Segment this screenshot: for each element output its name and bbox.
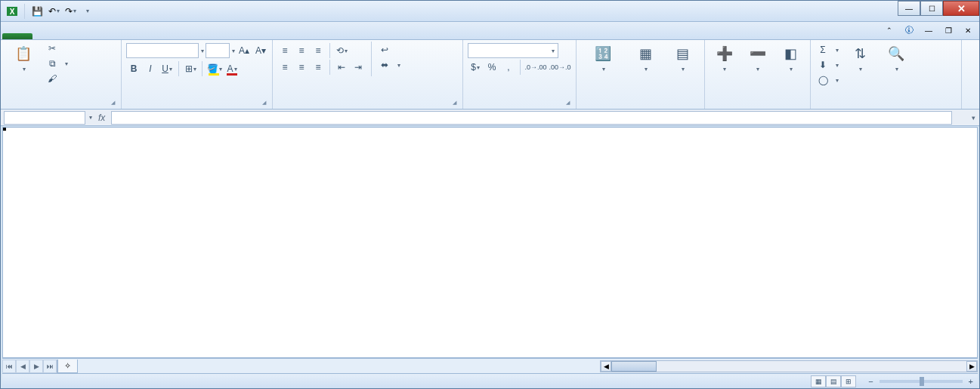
- conditional-formatting-icon: 🔢: [592, 43, 614, 64]
- workbook-close-icon[interactable]: ✕: [961, 23, 975, 37]
- format-painter-icon: 🖌: [46, 73, 58, 85]
- zoom-in-button[interactable]: +: [969, 377, 973, 386]
- tab-nav-prev-icon[interactable]: ◀: [16, 360, 29, 373]
- save-icon[interactable]: 💾: [30, 5, 44, 18]
- excel-app-icon[interactable]: X: [5, 5, 19, 18]
- decrease-font-icon[interactable]: A▾: [253, 43, 268, 58]
- decrease-indent-icon[interactable]: ⇤: [334, 60, 349, 75]
- workbook-restore-icon[interactable]: ❐: [941, 23, 955, 37]
- wrap-text-button[interactable]: ↩: [377, 43, 402, 57]
- redo-icon[interactable]: ↷▾: [63, 5, 77, 18]
- orientation-icon[interactable]: ⟲▾: [334, 43, 349, 58]
- font-size-dropdown[interactable]: ▾: [232, 48, 235, 54]
- alignment-group-label: [277, 104, 458, 107]
- font-color-button[interactable]: A▾: [224, 61, 240, 76]
- decrease-decimal-icon[interactable]: .00→.0: [549, 60, 571, 75]
- align-center-icon[interactable]: ≡: [294, 60, 309, 75]
- align-right-icon[interactable]: ≡: [311, 60, 326, 75]
- horizontal-scrollbar[interactable]: ◀ ▶: [600, 360, 978, 372]
- minimize-ribbon-icon[interactable]: ⌃: [883, 23, 896, 37]
- increase-decimal-icon[interactable]: .0→.00: [524, 60, 547, 75]
- font-group-label: [126, 104, 267, 107]
- hscroll-thumb[interactable]: [611, 361, 657, 372]
- copy-button[interactable]: ⧉▾: [45, 57, 70, 70]
- format-painter-button[interactable]: 🖌: [45, 72, 70, 85]
- insert-cells-button[interactable]: ➕▾: [709, 42, 740, 74]
- clipboard-group-label: [5, 104, 116, 107]
- cell-styles-icon: ▤: [672, 43, 693, 64]
- autosum-icon: Σ: [817, 44, 829, 56]
- underline-button[interactable]: U▾: [159, 61, 175, 76]
- cut-icon: ✂: [46, 42, 58, 54]
- border-button[interactable]: ⊞▾: [183, 61, 198, 76]
- wrap-text-icon: ↩: [379, 44, 391, 56]
- cell-styles-button[interactable]: ▤▾: [666, 42, 700, 74]
- find-select-button[interactable]: 🔍▾: [880, 42, 913, 74]
- name-box[interactable]: [4, 111, 85, 125]
- font-name-input[interactable]: [126, 43, 199, 58]
- cut-button[interactable]: ✂: [45, 42, 70, 55]
- tab-nav-next-icon[interactable]: ▶: [29, 360, 43, 373]
- cells-group-label: [709, 104, 805, 107]
- formula-expand-icon[interactable]: ▾: [967, 114, 979, 122]
- formula-input[interactable]: [111, 111, 952, 125]
- paste-icon: 📋: [13, 43, 34, 64]
- editing-group-label: [815, 104, 957, 107]
- merge-center-button[interactable]: ⬌▾: [377, 58, 402, 72]
- fx-icon[interactable]: fx: [92, 113, 111, 123]
- font-name-dropdown[interactable]: ▾: [201, 48, 204, 54]
- new-sheet-tab[interactable]: ✧: [57, 360, 78, 373]
- fill-color-button[interactable]: 🪣▾: [206, 61, 223, 76]
- increase-indent-icon[interactable]: ⇥: [351, 60, 366, 75]
- copy-icon: ⧉: [46, 57, 58, 69]
- minimize-button[interactable]: —: [898, 1, 920, 16]
- align-middle-icon[interactable]: ≡: [294, 43, 309, 58]
- hscroll-left-icon[interactable]: ◀: [601, 361, 611, 372]
- clear-button[interactable]: ◯▾: [815, 73, 840, 87]
- accounting-format-icon[interactable]: $▾: [468, 60, 483, 75]
- increase-font-icon[interactable]: A▴: [236, 43, 252, 58]
- page-layout-view-icon[interactable]: ▤: [826, 375, 841, 387]
- hscroll-right-icon[interactable]: ▶: [966, 361, 977, 372]
- zoom-out-button[interactable]: −: [868, 377, 873, 386]
- paste-button[interactable]: 📋 ▾: [5, 42, 42, 74]
- svg-text:X: X: [10, 8, 15, 16]
- sort-filter-icon: ⇅: [849, 43, 870, 64]
- find-select-icon: 🔍: [886, 43, 907, 64]
- bold-button[interactable]: B: [126, 61, 141, 76]
- percent-format-icon[interactable]: %: [484, 60, 499, 75]
- qat-customize-icon[interactable]: ▾: [80, 5, 94, 18]
- tab-nav-first-icon[interactable]: ⏮: [2, 360, 16, 373]
- format-as-table-icon: ▦: [635, 43, 656, 64]
- insert-cells-icon: ➕: [714, 43, 735, 64]
- conditional-formatting-button[interactable]: 🔢▾: [581, 42, 625, 74]
- format-cells-button[interactable]: ◧▾: [775, 42, 805, 74]
- align-top-icon[interactable]: ≡: [277, 43, 292, 58]
- maximize-button[interactable]: ☐: [920, 1, 943, 16]
- clear-icon: ◯: [817, 74, 829, 86]
- workbook-minimize-icon[interactable]: —: [922, 23, 935, 37]
- number-group-label: [468, 104, 571, 107]
- delete-cells-button[interactable]: ➖▾: [743, 42, 773, 74]
- close-button[interactable]: ✕: [943, 1, 979, 16]
- fill-button[interactable]: ⬇▾: [815, 58, 840, 72]
- format-cells-icon: ◧: [780, 43, 801, 64]
- page-break-view-icon[interactable]: ⊞: [841, 375, 856, 387]
- align-left-icon[interactable]: ≡: [277, 60, 292, 75]
- sort-filter-button[interactable]: ⇅▾: [843, 42, 876, 74]
- italic-button[interactable]: I: [143, 61, 158, 76]
- merge-icon: ⬌: [379, 59, 391, 71]
- number-format-select[interactable]: ▾: [468, 43, 558, 58]
- align-bottom-icon[interactable]: ≡: [311, 43, 326, 58]
- font-size-input[interactable]: [206, 43, 230, 58]
- tab-nav-last-icon[interactable]: ⏭: [43, 360, 57, 373]
- format-as-table-button[interactable]: ▦▾: [628, 42, 662, 74]
- zoom-slider[interactable]: [880, 380, 963, 383]
- file-tab[interactable]: [2, 33, 32, 39]
- undo-icon[interactable]: ↶▾: [47, 5, 60, 18]
- normal-view-icon[interactable]: ▦: [811, 375, 826, 387]
- comma-format-icon[interactable]: ,: [501, 60, 516, 75]
- autosum-button[interactable]: Σ▾: [815, 43, 840, 57]
- fill-icon: ⬇: [817, 59, 829, 71]
- help-icon[interactable]: 🛈: [902, 23, 916, 37]
